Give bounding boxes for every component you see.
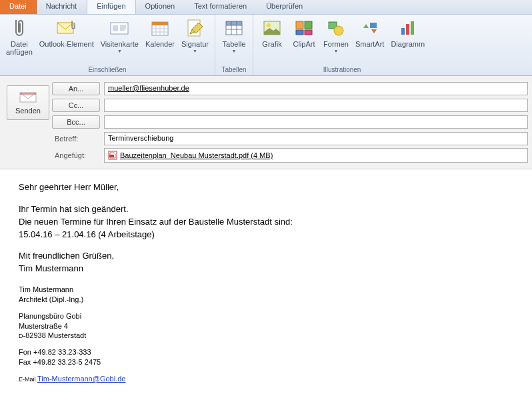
chart-icon xyxy=(397,17,419,39)
bcc-button[interactable]: Bcc... xyxy=(52,115,100,129)
smartart-button[interactable]: SmartArt xyxy=(352,16,387,65)
group-label: Illustrationen xyxy=(256,65,428,75)
chevron-down-icon: ▼ xyxy=(232,49,237,53)
business-card-button[interactable]: Visitenkarte ▼ xyxy=(97,16,142,65)
signature-email-link[interactable]: Tim-Mustermann@Gobi.de xyxy=(37,375,125,383)
signature-block: Tim Mustermann Architekt (Dipl.-Ing.) Pl… xyxy=(19,285,520,384)
table-button[interactable]: Tabelle ▼ xyxy=(218,16,250,65)
svg-point-27 xyxy=(334,26,343,35)
svg-rect-2 xyxy=(113,25,118,31)
calendar-icon xyxy=(149,17,171,39)
svg-point-21 xyxy=(267,23,271,27)
mail-body[interactable]: Sehr geehrter Herr Müller, Ihr Termin ha… xyxy=(0,169,532,397)
ribbon-group-tables: Tabelle ▼ Tabellen xyxy=(215,15,253,75)
svg-rect-23 xyxy=(305,21,312,29)
outlook-item-button[interactable]: Outlook-Element xyxy=(36,16,97,65)
svg-rect-30 xyxy=(411,21,414,35)
attachment-field[interactable]: Bauzeitenplan_Neubau Musterstadt.pdf (4 … xyxy=(104,148,528,163)
cc-field[interactable] xyxy=(104,99,528,112)
chevron-down-icon: ▼ xyxy=(334,49,339,53)
tab-insert[interactable]: Einfügen xyxy=(87,0,135,14)
paperclip-icon xyxy=(9,17,30,39)
ribbon-group-illustrations: Grafik ClipArt Formen ▼ SmartArt xyxy=(253,15,431,75)
calendar-button[interactable]: Kalender xyxy=(142,16,178,65)
svg-rect-28 xyxy=(401,28,405,35)
tab-format[interactable]: Text formatieren xyxy=(185,0,257,14)
bcc-field[interactable] xyxy=(104,115,528,129)
shapes-icon xyxy=(325,17,347,39)
send-envelope-icon xyxy=(19,91,37,104)
clipart-icon xyxy=(293,17,315,39)
svg-rect-22 xyxy=(296,21,303,29)
send-button[interactable]: Senden xyxy=(7,85,49,120)
card-icon xyxy=(109,17,130,39)
attached-label: Angefügt: xyxy=(52,151,100,159)
chevron-down-icon: ▼ xyxy=(117,49,122,53)
graphic-button[interactable]: Grafik xyxy=(256,16,288,65)
diagram-button[interactable]: Diagramm xyxy=(387,16,428,65)
tab-file[interactable]: Datei xyxy=(0,0,37,14)
group-label: Tabellen xyxy=(218,65,250,75)
cc-button[interactable]: Cc... xyxy=(52,99,100,112)
subject-field[interactable]: Terminverschiebung xyxy=(104,132,528,145)
clipart-button[interactable]: ClipArt xyxy=(288,16,320,65)
subject-label: Betreff: xyxy=(52,135,100,143)
svg-rect-7 xyxy=(152,22,168,25)
pdf-icon xyxy=(108,151,117,160)
body-text: Ihr Termin hat sich geändert. Die neuen … xyxy=(19,203,520,241)
compose-header: Senden An... mueller@fliesenhuber.de Cc.… xyxy=(0,76,532,169)
shapes-button[interactable]: Formen ▼ xyxy=(320,16,352,65)
attach-file-button[interactable]: Datei anfügen xyxy=(3,16,36,65)
picture-icon xyxy=(261,17,283,39)
to-button[interactable]: An... xyxy=(52,82,100,95)
group-label: Einschließen xyxy=(3,65,212,75)
svg-rect-34 xyxy=(109,155,114,157)
tab-bar: Datei Nachricht Einfügen Optionen Text f… xyxy=(0,0,532,15)
envelope-clip-icon xyxy=(56,17,77,39)
svg-rect-19 xyxy=(226,21,242,25)
to-field[interactable]: mueller@fliesenhuber.de xyxy=(104,82,528,95)
smartart-icon xyxy=(359,17,381,39)
tab-message[interactable]: Nachricht xyxy=(37,0,87,14)
signature-button[interactable]: Signatur ▼ xyxy=(178,16,212,65)
svg-rect-24 xyxy=(296,30,303,35)
ribbon-group-include: Datei anfügen Outlook-Element Visitenkar… xyxy=(0,15,215,75)
ribbon: Datei anfügen Outlook-Element Visitenkar… xyxy=(0,15,532,76)
body-closing: Mit freundlichen Grüßen, Tim Mustermann xyxy=(19,250,520,275)
tab-review[interactable]: Überprüfen xyxy=(257,0,313,14)
body-greeting: Sehr geehrter Herr Müller, xyxy=(19,181,520,194)
svg-rect-29 xyxy=(406,24,409,35)
chevron-down-icon: ▼ xyxy=(193,49,197,53)
table-icon xyxy=(223,17,245,39)
svg-rect-25 xyxy=(305,30,312,35)
pen-icon xyxy=(185,17,206,39)
svg-rect-32 xyxy=(20,93,36,95)
tab-options[interactable]: Optionen xyxy=(136,0,185,14)
